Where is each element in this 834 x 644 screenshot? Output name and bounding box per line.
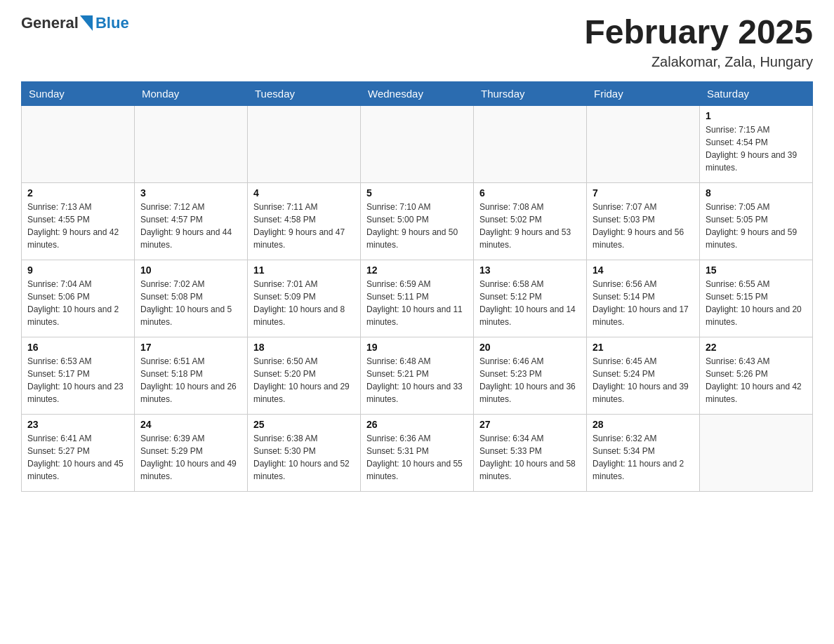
day-info: Sunrise: 7:04 AMSunset: 5:06 PMDaylight:… [27, 278, 128, 328]
day-info: Sunrise: 6:45 AMSunset: 5:24 PMDaylight:… [593, 355, 694, 405]
logo: GeneralBlue [21, 14, 129, 32]
day-info: Sunrise: 7:15 AMSunset: 4:54 PMDaylight:… [706, 123, 807, 174]
logo-general-text: General [21, 14, 79, 32]
calendar-cell [135, 105, 248, 182]
calendar-cell: 20Sunrise: 6:46 AMSunset: 5:23 PMDayligh… [474, 337, 587, 414]
calendar-cell: 28Sunrise: 6:32 AMSunset: 5:34 PMDayligh… [587, 414, 700, 491]
day-number: 2 [27, 187, 128, 199]
day-info: Sunrise: 6:32 AMSunset: 5:34 PMDaylight:… [593, 432, 694, 483]
day-number: 24 [140, 419, 241, 430]
calendar-cell: 27Sunrise: 6:34 AMSunset: 5:33 PMDayligh… [474, 414, 587, 491]
day-number: 17 [140, 342, 241, 353]
day-number: 7 [593, 187, 694, 199]
day-number: 11 [253, 264, 355, 276]
calendar-week-row: 16Sunrise: 6:53 AMSunset: 5:17 PMDayligh… [22, 337, 813, 414]
calendar-cell: 18Sunrise: 6:50 AMSunset: 5:20 PMDayligh… [248, 337, 361, 414]
day-info: Sunrise: 7:07 AMSunset: 5:03 PMDaylight:… [593, 201, 694, 251]
day-number: 23 [27, 419, 128, 430]
calendar-week-row: 1Sunrise: 7:15 AMSunset: 4:54 PMDaylight… [22, 105, 813, 182]
day-number: 22 [706, 342, 807, 353]
weekday-header-wednesday: Wednesday [361, 81, 474, 105]
day-number: 27 [479, 419, 581, 430]
day-number: 12 [366, 264, 468, 276]
day-info: Sunrise: 7:13 AMSunset: 4:55 PMDaylight:… [27, 201, 128, 251]
day-number: 6 [479, 187, 581, 199]
weekday-header-saturday: Saturday [700, 81, 813, 105]
calendar-cell: 26Sunrise: 6:36 AMSunset: 5:31 PMDayligh… [361, 414, 474, 491]
day-info: Sunrise: 7:01 AMSunset: 5:09 PMDaylight:… [253, 278, 355, 328]
day-number: 19 [366, 342, 468, 353]
calendar-week-row: 2Sunrise: 7:13 AMSunset: 4:55 PMDaylight… [22, 182, 813, 260]
calendar-cell: 3Sunrise: 7:12 AMSunset: 4:57 PMDaylight… [135, 182, 248, 260]
day-number: 8 [706, 187, 807, 199]
calendar-cell: 11Sunrise: 7:01 AMSunset: 5:09 PMDayligh… [248, 260, 361, 337]
calendar-title: February 2025 [584, 14, 813, 51]
calendar-cell: 6Sunrise: 7:08 AMSunset: 5:02 PMDaylight… [474, 182, 587, 260]
day-info: Sunrise: 6:56 AMSunset: 5:14 PMDaylight:… [593, 278, 694, 328]
weekday-header-sunday: Sunday [22, 81, 135, 105]
svg-marker-0 [80, 15, 93, 31]
day-info: Sunrise: 6:50 AMSunset: 5:20 PMDaylight:… [253, 355, 355, 405]
calendar-cell: 22Sunrise: 6:43 AMSunset: 5:26 PMDayligh… [700, 337, 813, 414]
day-info: Sunrise: 6:59 AMSunset: 5:11 PMDaylight:… [366, 278, 468, 328]
day-info: Sunrise: 7:02 AMSunset: 5:08 PMDaylight:… [140, 278, 241, 328]
calendar-table: SundayMondayTuesdayWednesdayThursdayFrid… [21, 81, 813, 492]
day-info: Sunrise: 7:08 AMSunset: 5:02 PMDaylight:… [479, 201, 581, 251]
calendar-cell [474, 105, 587, 182]
day-info: Sunrise: 6:36 AMSunset: 5:31 PMDaylight:… [366, 432, 468, 483]
day-info: Sunrise: 6:43 AMSunset: 5:26 PMDaylight:… [706, 355, 807, 405]
day-number: 25 [253, 419, 355, 430]
calendar-cell: 2Sunrise: 7:13 AMSunset: 4:55 PMDaylight… [22, 182, 135, 260]
day-number: 26 [366, 419, 468, 430]
calendar-cell: 17Sunrise: 6:51 AMSunset: 5:18 PMDayligh… [135, 337, 248, 414]
header: GeneralBlue February 2025 Zalakomar, Zal… [21, 14, 813, 70]
day-info: Sunrise: 6:48 AMSunset: 5:21 PMDaylight:… [366, 355, 468, 405]
day-number: 15 [706, 264, 807, 276]
calendar-cell: 1Sunrise: 7:15 AMSunset: 4:54 PMDaylight… [700, 105, 813, 182]
logo-blue-text: Blue [93, 14, 129, 32]
day-number: 14 [593, 264, 694, 276]
calendar-cell: 12Sunrise: 6:59 AMSunset: 5:11 PMDayligh… [361, 260, 474, 337]
calendar-cell [700, 414, 813, 491]
day-info: Sunrise: 6:55 AMSunset: 5:15 PMDaylight:… [706, 278, 807, 328]
day-number: 4 [253, 187, 355, 199]
calendar-cell: 8Sunrise: 7:05 AMSunset: 5:05 PMDaylight… [700, 182, 813, 260]
calendar-cell: 9Sunrise: 7:04 AMSunset: 5:06 PMDaylight… [22, 260, 135, 337]
weekday-header-monday: Monday [135, 81, 248, 105]
day-info: Sunrise: 6:41 AMSunset: 5:27 PMDaylight:… [27, 432, 128, 483]
day-number: 28 [593, 419, 694, 430]
day-info: Sunrise: 7:12 AMSunset: 4:57 PMDaylight:… [140, 201, 241, 251]
calendar-subtitle: Zalakomar, Zala, Hungary [584, 54, 813, 70]
calendar-cell: 4Sunrise: 7:11 AMSunset: 4:58 PMDaylight… [248, 182, 361, 260]
calendar-cell: 15Sunrise: 6:55 AMSunset: 5:15 PMDayligh… [700, 260, 813, 337]
day-info: Sunrise: 6:51 AMSunset: 5:18 PMDaylight:… [140, 355, 241, 405]
calendar-cell: 10Sunrise: 7:02 AMSunset: 5:08 PMDayligh… [135, 260, 248, 337]
calendar-cell: 13Sunrise: 6:58 AMSunset: 5:12 PMDayligh… [474, 260, 587, 337]
day-info: Sunrise: 6:34 AMSunset: 5:33 PMDaylight:… [479, 432, 581, 483]
weekday-header-thursday: Thursday [474, 81, 587, 105]
weekday-header-tuesday: Tuesday [248, 81, 361, 105]
calendar-cell: 24Sunrise: 6:39 AMSunset: 5:29 PMDayligh… [135, 414, 248, 491]
day-info: Sunrise: 7:05 AMSunset: 5:05 PMDaylight:… [706, 201, 807, 251]
day-number: 21 [593, 342, 694, 353]
day-number: 3 [140, 187, 241, 199]
day-number: 5 [366, 187, 468, 199]
day-info: Sunrise: 6:46 AMSunset: 5:23 PMDaylight:… [479, 355, 581, 405]
day-info: Sunrise: 6:39 AMSunset: 5:29 PMDaylight:… [140, 432, 241, 483]
calendar-cell [361, 105, 474, 182]
day-number: 10 [140, 264, 241, 276]
day-number: 1 [706, 110, 807, 121]
day-info: Sunrise: 6:38 AMSunset: 5:30 PMDaylight:… [253, 432, 355, 483]
weekday-header-friday: Friday [587, 81, 700, 105]
day-number: 18 [253, 342, 355, 353]
day-info: Sunrise: 6:58 AMSunset: 5:12 PMDaylight:… [479, 278, 581, 328]
title-area: February 2025 Zalakomar, Zala, Hungary [584, 14, 813, 70]
calendar-cell: 5Sunrise: 7:10 AMSunset: 5:00 PMDaylight… [361, 182, 474, 260]
day-number: 20 [479, 342, 581, 353]
day-info: Sunrise: 7:11 AMSunset: 4:58 PMDaylight:… [253, 201, 355, 251]
day-info: Sunrise: 6:53 AMSunset: 5:17 PMDaylight:… [27, 355, 128, 405]
calendar-cell: 25Sunrise: 6:38 AMSunset: 5:30 PMDayligh… [248, 414, 361, 491]
day-info: Sunrise: 7:10 AMSunset: 5:00 PMDaylight:… [366, 201, 468, 251]
calendar-cell [587, 105, 700, 182]
calendar-cell [22, 105, 135, 182]
